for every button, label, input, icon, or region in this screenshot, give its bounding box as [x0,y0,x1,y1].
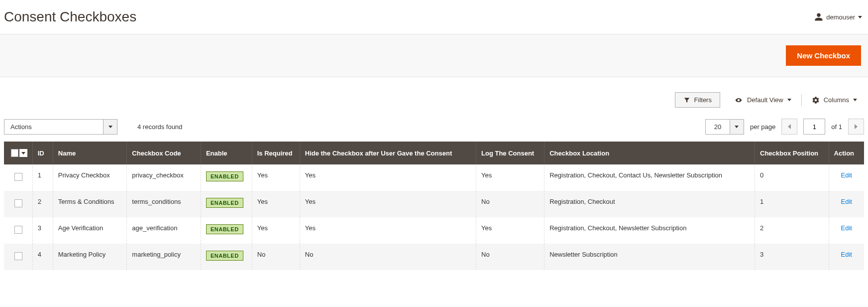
table-row: 2 Terms & Conditions terms_conditions EN… [4,191,864,217]
cell-log: No [476,191,544,217]
bulk-actions-select[interactable]: Actions [4,119,117,135]
table-row: 3 Age Verification age_verification ENAB… [4,217,864,244]
edit-link[interactable]: Edit [841,171,852,179]
caret-down-icon [858,16,862,18]
edit-link[interactable]: Edit [841,198,852,205]
caret-down-icon [735,126,739,128]
header-log[interactable]: Log The Consent [476,142,544,164]
cell-log: No [476,244,544,270]
header-id[interactable]: ID [32,142,53,164]
header-position[interactable]: Checkbox Position [755,142,829,164]
cell-name: Terms & Conditions [53,191,127,217]
caret-down-icon [787,99,791,101]
funnel-icon [683,97,690,104]
user-name: demouser [826,13,855,21]
row-checkbox[interactable] [14,252,22,260]
header-hide[interactable]: Hide the Checkbox after User Gave the Co… [300,142,476,164]
separator [801,94,802,106]
default-view-button[interactable]: Default View [727,93,798,107]
cell-id: 1 [32,164,53,191]
records-found: 4 records found [137,123,182,131]
eye-icon [734,97,743,104]
cell-hide: Yes [300,164,476,191]
cell-id: 2 [32,191,53,217]
header-enable[interactable]: Enable [201,142,252,164]
cell-code: privacy_checkbox [127,164,201,191]
per-page-label: per page [750,123,775,131]
cell-enable: ENABLED [201,244,252,270]
cell-required: Yes [252,191,300,217]
header-required[interactable]: Is Required [252,142,300,164]
columns-button[interactable]: Columns [805,93,864,107]
cell-code: marketing_policy [127,244,201,270]
cell-enable: ENABLED [201,191,252,217]
cell-position: 0 [755,164,829,191]
cell-required: No [252,244,300,270]
enabled-badge: ENABLED [206,251,243,261]
cell-required: Yes [252,164,300,191]
filters-button[interactable]: Filters [675,92,720,108]
cell-location: Registration, Checkout, Newsletter Subsc… [544,217,755,244]
page-size-toggle[interactable] [730,119,744,135]
next-page-button[interactable] [848,119,864,135]
select-all-menu[interactable] [19,149,27,157]
cell-log: Yes [476,217,544,244]
cell-hide: Yes [300,217,476,244]
edit-link[interactable]: Edit [841,224,852,232]
cell-position: 1 [755,191,829,217]
table-row: 1 Privacy Checkbox privacy_checkbox ENAB… [4,164,864,191]
data-grid: ID Name Checkbox Code Enable Is Required… [4,142,864,270]
row-checkbox[interactable] [14,173,22,181]
enabled-badge: ENABLED [206,198,243,208]
user-menu[interactable]: demouser [814,12,862,21]
cell-name: Privacy Checkbox [53,164,127,191]
cell-location: Newsletter Subscription [544,244,755,270]
cell-required: Yes [252,217,300,244]
cell-location: Registration, Checkout, Contact Us, News… [544,164,755,191]
cell-position: 3 [755,244,829,270]
cell-id: 3 [32,217,53,244]
action-bar: New Checkbox [0,34,868,77]
cell-hide: Yes [300,191,476,217]
caret-down-icon [21,152,25,154]
of-pages-label: of 1 [831,123,842,131]
cell-hide: No [300,244,476,270]
cell-code: terms_conditions [127,191,201,217]
page-size-select[interactable]: 20 [705,119,744,135]
page-title: Consent Checkboxes [4,9,136,25]
new-checkbox-button[interactable]: New Checkbox [786,45,861,66]
cell-enable: ENABLED [201,164,252,191]
select-all-checkbox[interactable] [11,149,18,157]
header-select-all[interactable] [4,142,32,164]
header-code[interactable]: Checkbox Code [127,142,201,164]
cell-enable: ENABLED [201,217,252,244]
page-number-input[interactable] [803,119,825,135]
page-size-value: 20 [705,119,730,135]
prev-page-button[interactable] [781,119,797,135]
user-icon [814,12,823,21]
cell-position: 2 [755,217,829,244]
enabled-badge: ENABLED [206,171,243,181]
header-location[interactable]: Checkbox Location [544,142,755,164]
gear-icon [812,96,820,104]
enabled-badge: ENABLED [206,224,243,234]
header-action: Action [829,142,864,164]
chevron-right-icon [855,124,858,129]
bulk-actions-label: Actions [4,119,104,135]
row-checkbox[interactable] [14,226,22,234]
default-view-label: Default View [747,96,783,104]
chevron-left-icon [788,124,791,129]
columns-label: Columns [824,96,849,104]
cell-code: age_verification [127,217,201,244]
caret-down-icon [108,126,112,128]
row-checkbox[interactable] [14,199,22,207]
caret-down-icon [853,99,857,101]
filters-label: Filters [694,96,712,104]
edit-link[interactable]: Edit [841,251,852,258]
cell-name: Age Verification [53,217,127,244]
cell-id: 4 [32,244,53,270]
cell-location: Registration, Checkout [544,191,755,217]
header-name[interactable]: Name [53,142,127,164]
cell-name: Marketing Policy [53,244,127,270]
bulk-actions-toggle[interactable] [104,119,117,135]
